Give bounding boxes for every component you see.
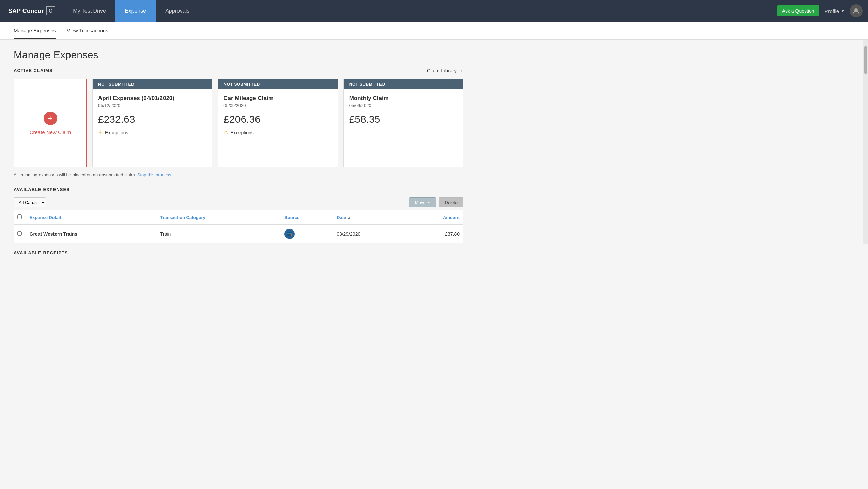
claim-status-badge: NOT SUBMITTED bbox=[93, 79, 212, 89]
col-date[interactable]: Date ▲ bbox=[333, 210, 406, 225]
claim-card-2[interactable]: NOT SUBMITTEDMonthly Claim05/09/2020£58.… bbox=[343, 79, 463, 167]
chevron-down-icon: ▼ bbox=[427, 201, 431, 204]
select-all-checkbox[interactable] bbox=[17, 214, 22, 219]
toolbar-actions: Move ▼ Delete bbox=[409, 197, 463, 207]
nav-item-my-test-drive[interactable]: My Test Drive bbox=[63, 0, 115, 22]
brand-logo: SAP Concur C bbox=[0, 0, 63, 22]
move-label: Move bbox=[415, 200, 426, 205]
plus-icon: + bbox=[44, 112, 57, 125]
auto-place-notice: All incoming expenses will be placed on … bbox=[14, 172, 463, 177]
available-expenses-section: AVAILABLE EXPENSES All Cards Move ▼ Dele… bbox=[14, 187, 463, 243]
available-expenses-header: AVAILABLE EXPENSES bbox=[14, 187, 463, 192]
delete-button[interactable]: Delete bbox=[439, 197, 463, 207]
claim-exceptions: ⚠Exceptions bbox=[98, 129, 206, 136]
available-receipts-header: AVAILABLE RECEIPTS bbox=[14, 250, 463, 255]
svg-point-5 bbox=[291, 234, 292, 236]
available-receipts-section: AVAILABLE RECEIPTS bbox=[14, 250, 463, 255]
expense-detail-value: Great Western Trains bbox=[30, 231, 78, 237]
claim-status-badge: NOT SUBMITTED bbox=[344, 79, 463, 89]
exceptions-label: Exceptions bbox=[105, 130, 128, 135]
sub-navigation: Manage ExpensesView Transactions bbox=[0, 22, 868, 40]
available-expenses-title: AVAILABLE EXPENSES bbox=[14, 187, 70, 192]
claim-name: April Expenses (04/01/2020) bbox=[98, 95, 206, 102]
date-cell: 03/29/2020 bbox=[333, 224, 406, 243]
sort-asc-icon: ▲ bbox=[347, 216, 351, 220]
nav-right: Ask a Question Profile ▼ bbox=[777, 0, 868, 22]
claim-card-1[interactable]: NOT SUBMITTEDCar Mileage Claim05/09/2020… bbox=[218, 79, 338, 167]
claim-amount: £232.63 bbox=[98, 114, 206, 125]
nav-items: My Test DriveExpenseApprovals bbox=[63, 0, 777, 22]
col-amount[interactable]: Amount bbox=[406, 210, 463, 225]
claim-date: 05/09/2020 bbox=[223, 103, 332, 108]
nav-item-expense[interactable]: Expense bbox=[115, 0, 156, 22]
svg-rect-2 bbox=[287, 233, 292, 234]
table-row: Great Western Trains Train bbox=[14, 224, 463, 243]
top-navigation: SAP Concur C My Test DriveExpenseApprova… bbox=[0, 0, 868, 22]
claim-amount: £206.36 bbox=[223, 114, 332, 125]
auto-notice-text: All incoming expenses will be placed on … bbox=[14, 172, 136, 177]
claim-name: Monthly Claim bbox=[349, 95, 458, 102]
claim-exceptions: ⚠Exceptions bbox=[223, 129, 332, 136]
col-amount-label: Amount bbox=[443, 215, 460, 220]
arrow-right-icon: → bbox=[458, 68, 463, 73]
svg-rect-3 bbox=[288, 235, 289, 235]
brand-box: C bbox=[46, 6, 56, 15]
claim-date: 05/09/2020 bbox=[349, 103, 458, 108]
table-body: Great Western Trains Train bbox=[14, 224, 463, 243]
claim-card-0[interactable]: NOT SUBMITTEDApril Expenses (04/01/2020)… bbox=[92, 79, 212, 167]
claim-library-label: Claim Library bbox=[427, 68, 457, 73]
claim-amount: £58.35 bbox=[349, 114, 458, 125]
scrollbar-track[interactable] bbox=[863, 40, 868, 244]
warning-icon: ⚠ bbox=[98, 129, 103, 136]
nav-item-approvals[interactable]: Approvals bbox=[156, 0, 199, 22]
stop-process-link[interactable]: Stop this process. bbox=[137, 172, 172, 177]
main-content: Manage Expenses ACTIVE CLAIMS Claim Libr… bbox=[0, 40, 477, 270]
expense-table: Expense Detail Transaction Category Sour… bbox=[14, 210, 463, 243]
page-title: Manage Expenses bbox=[14, 49, 463, 61]
col-date-label: Date bbox=[337, 215, 346, 220]
subnav-item-view-transactions[interactable]: View Transactions bbox=[67, 22, 108, 39]
amount-cell: £37.80 bbox=[406, 224, 463, 243]
col-source-label: Source bbox=[284, 215, 299, 220]
col-transaction-category[interactable]: Transaction Category bbox=[157, 210, 281, 225]
amount-value: £37.80 bbox=[445, 231, 460, 237]
create-new-claim-card[interactable]: + Create New Claim bbox=[14, 79, 87, 167]
col-category-label: Transaction Category bbox=[160, 215, 205, 220]
claim-date: 05/12/2020 bbox=[98, 103, 206, 108]
select-all-checkbox-header bbox=[14, 210, 26, 225]
source-cell bbox=[281, 224, 333, 243]
row-checkbox-cell bbox=[14, 224, 26, 243]
table-toolbar: All Cards Move ▼ Delete bbox=[14, 197, 463, 207]
exceptions-label: Exceptions bbox=[230, 130, 253, 135]
active-claims-title: ACTIVE CLAIMS bbox=[14, 68, 53, 73]
ask-question-button[interactable]: Ask a Question bbox=[777, 5, 819, 16]
subnav-item-manage-expenses[interactable]: Manage Expenses bbox=[14, 22, 56, 39]
scrollbar-thumb[interactable] bbox=[864, 46, 867, 74]
profile-label: Profile bbox=[825, 8, 839, 14]
claim-status-badge: NOT SUBMITTED bbox=[218, 79, 337, 89]
available-receipts-title: AVAILABLE RECEIPTS bbox=[14, 250, 68, 255]
claim-name: Car Mileage Claim bbox=[223, 95, 332, 102]
expense-detail-cell: Great Western Trains bbox=[26, 224, 157, 243]
card-filter-select[interactable]: All Cards bbox=[14, 197, 46, 207]
chevron-down-icon: ▼ bbox=[841, 9, 845, 13]
category-cell: Train bbox=[157, 224, 281, 243]
col-expense-detail-label: Expense Detail bbox=[30, 215, 61, 220]
brand-name: SAP Concur bbox=[8, 8, 44, 15]
move-button[interactable]: Move ▼ bbox=[409, 197, 436, 207]
card-icon bbox=[284, 229, 295, 239]
avatar bbox=[850, 4, 863, 17]
create-claim-label: Create New Claim bbox=[30, 129, 71, 135]
col-source[interactable]: Source bbox=[281, 210, 333, 225]
table-header: Expense Detail Transaction Category Sour… bbox=[14, 210, 463, 225]
claim-library-link[interactable]: Claim Library → bbox=[427, 68, 463, 73]
category-value: Train bbox=[160, 231, 171, 237]
date-value: 03/29/2020 bbox=[337, 231, 360, 237]
warning-icon: ⚠ bbox=[223, 129, 228, 136]
col-expense-detail[interactable]: Expense Detail bbox=[26, 210, 157, 225]
row-checkbox[interactable] bbox=[17, 231, 22, 236]
profile-dropdown[interactable]: Profile ▼ bbox=[825, 4, 868, 17]
claims-grid: + Create New Claim NOT SUBMITTEDApril Ex… bbox=[14, 79, 463, 167]
active-claims-section-header: ACTIVE CLAIMS Claim Library → bbox=[14, 68, 463, 73]
